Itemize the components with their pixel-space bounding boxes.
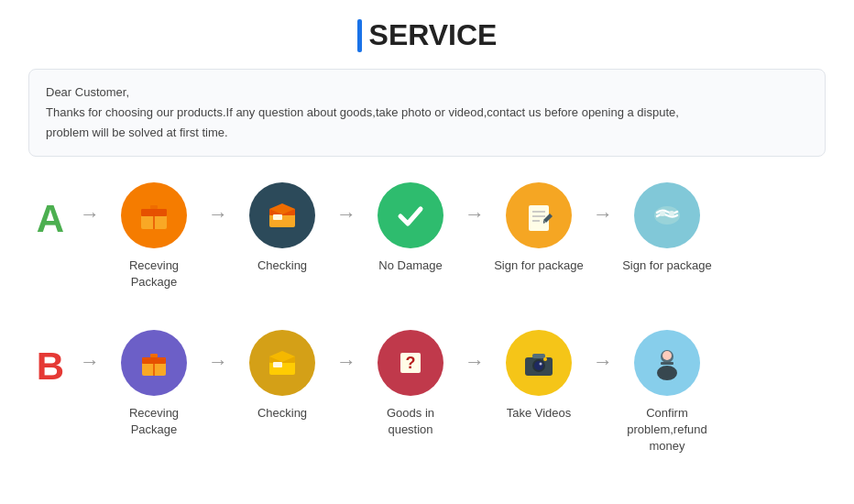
page-title: SERVICE	[357, 18, 498, 52]
flow-item: Receving Package	[104, 330, 204, 438]
flow-item-label: Take Videos	[507, 405, 572, 422]
svg-point-35	[662, 351, 672, 360]
flow-item: Take Videos	[488, 330, 589, 422]
flow-item-label: No Damage	[378, 257, 442, 274]
flow-arrow: →	[204, 350, 232, 374]
svg-point-16	[669, 211, 674, 216]
flow-arrow: →	[589, 350, 617, 374]
svg-rect-28	[532, 354, 545, 358]
svg-rect-2	[150, 205, 158, 209]
flow-arrow: →	[204, 203, 232, 226]
row-letter-a: A	[28, 197, 72, 241]
package-dark-icon	[249, 182, 315, 248]
svg-point-32	[543, 357, 547, 361]
checkmark-green-icon	[378, 182, 443, 248]
flow-item: Checking	[232, 330, 333, 422]
row-letter-b: B	[28, 345, 72, 389]
flow-item: No Damage	[360, 182, 461, 274]
flow-item: Receving Package	[104, 182, 204, 290]
flow-item: Checking	[232, 182, 333, 274]
svg-point-15	[660, 211, 665, 216]
flow-arrow: →	[333, 350, 360, 374]
flow-item-label: Checking	[257, 405, 307, 422]
person-sky-icon	[634, 330, 700, 396]
svg-rect-7	[273, 214, 282, 220]
svg-rect-36	[661, 362, 673, 365]
flow-row-b: B→ Receving Package→ Checking→ ? Goods i…	[28, 330, 826, 455]
flow-arrow: →	[589, 203, 617, 226]
svg-rect-24	[273, 362, 282, 367]
svg-point-31	[540, 362, 542, 365]
flow-arrow: →	[333, 203, 360, 226]
package-orange-icon	[121, 182, 187, 248]
flow-item: Sign for package	[617, 182, 717, 274]
flow-arrow: →	[76, 203, 104, 226]
flow-item-label: Confirm problem,refund money	[621, 405, 713, 455]
svg-point-34	[657, 366, 677, 380]
flow-item: Confirm problem,refund money	[617, 330, 717, 455]
svg-point-30	[534, 361, 543, 370]
flow-item-label: Receving Package	[108, 257, 200, 290]
flow-row-a: A→ Receving Package→ Checking→ No Damage…	[28, 182, 826, 290]
flow-item-label: Goods in question	[365, 405, 456, 438]
sign-amber-icon	[506, 182, 572, 248]
package-gold-icon	[249, 330, 315, 396]
flow-item-label: Sign for package	[622, 257, 712, 274]
package-purple-icon	[121, 330, 187, 396]
flow-item: Sign for package	[488, 182, 589, 274]
flow-arrow: →	[76, 350, 104, 374]
notice-box: Dear Customer, Thanks for choosing our p…	[28, 69, 826, 157]
question-icon: ?	[378, 330, 443, 396]
svg-rect-19	[150, 354, 158, 357]
flow-arrow: →	[461, 350, 488, 374]
title-accent-bar	[357, 19, 362, 52]
svg-text:?: ?	[406, 354, 416, 372]
flow-item: ? Goods in question	[360, 330, 461, 438]
flow-item-label: Receving Package	[108, 405, 200, 438]
handshake-icon	[634, 182, 700, 248]
flow-item-label: Sign for package	[494, 257, 584, 274]
camera-icon	[506, 330, 572, 396]
flow-item-label: Checking	[257, 257, 307, 274]
flow-arrow: →	[461, 203, 488, 226]
